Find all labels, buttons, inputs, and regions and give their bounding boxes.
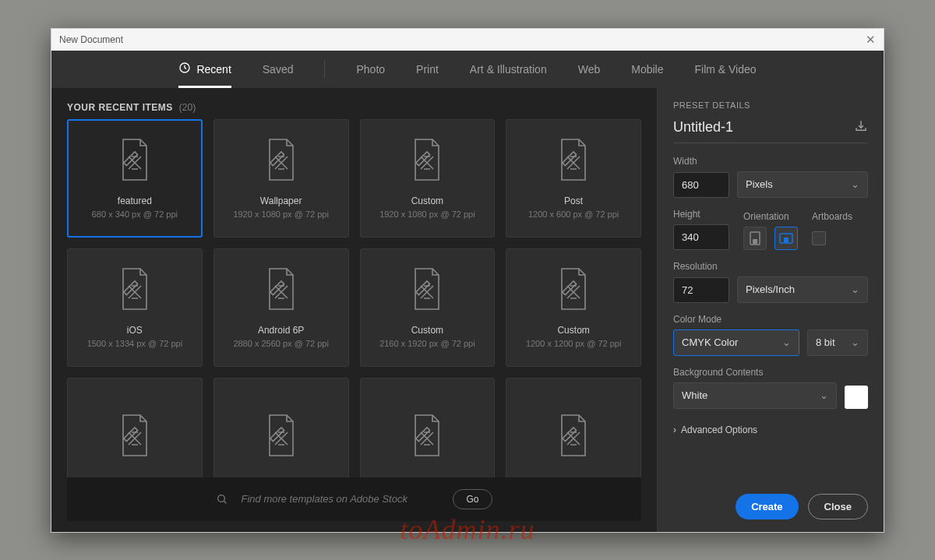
preset-card[interactable]: Wallpaper1920 x 1080 px @ 72 ppi	[213, 119, 349, 238]
preset-card[interactable]: iOS1500 x 1334 px @ 72 ppi	[67, 248, 203, 367]
resolution-unit-select[interactable]: Pixels/Inch ⌄	[737, 276, 868, 303]
background-swatch[interactable]	[845, 386, 868, 409]
preset-card[interactable]: Custom1200 x 1200 px @ 72 ppi	[506, 248, 641, 367]
preset-details-panel: PRESET DETAILS Untitled-1 Width Pixels ⌄…	[658, 88, 884, 532]
preset-card[interactable]: Android 6P2880 x 2560 px @ 72 ppi	[213, 248, 349, 367]
orientation-landscape-button[interactable]	[774, 227, 798, 250]
document-icon	[263, 414, 299, 460]
preset-subtitle: 680 x 340 px @ 72 ppi	[92, 210, 178, 219]
preset-subtitle: 1200 x 1200 px @ 72 ppi	[526, 339, 621, 348]
document-icon	[117, 414, 153, 460]
tab-separator	[324, 61, 325, 78]
color-mode-select[interactable]: CMYK Color ⌄	[673, 329, 799, 356]
document-icon	[409, 414, 445, 460]
orientation-label: Orientation	[743, 211, 798, 222]
advanced-options-toggle[interactable]: › Advanced Options	[673, 424, 868, 435]
color-depth-value: 8 bit	[816, 336, 835, 348]
resolution-label: Resolution	[673, 261, 868, 272]
unit-value: Pixels	[746, 178, 773, 190]
chevron-right-icon: ›	[673, 424, 676, 435]
preset-card[interactable]: Post1200 x 600 px @ 72 ppi	[506, 119, 641, 238]
height-label: Height	[673, 209, 729, 220]
tab-mobile[interactable]: Mobile	[631, 51, 663, 88]
width-label: Width	[673, 156, 868, 167]
svg-rect-17	[784, 238, 789, 242]
preset-subtitle: 1200 x 600 px @ 72 ppi	[528, 210, 619, 219]
preset-subtitle: 1920 x 1080 px @ 72 ppi	[233, 210, 328, 219]
preset-category-tabs: Recent Saved Photo Print Art & Illustrat…	[51, 51, 884, 88]
tab-film-video[interactable]: Film & Video	[694, 51, 756, 88]
preset-title: featured	[118, 195, 152, 206]
tab-label: Recent	[196, 63, 231, 76]
preset-subtitle: 1500 x 1334 px @ 72 ppi	[87, 339, 182, 348]
clock-icon	[178, 62, 191, 76]
tab-art-illustration[interactable]: Art & Illustration	[470, 51, 547, 88]
tab-label: Web	[578, 63, 601, 76]
preset-card[interactable]: featured680 x 340 px @ 72 ppi	[67, 119, 203, 238]
tab-label: Saved	[263, 63, 294, 76]
tab-label: Photo	[356, 63, 385, 76]
preset-card[interactable]: Custom2160 x 1920 px @ 72 ppi	[360, 248, 496, 367]
tab-web[interactable]: Web	[578, 51, 601, 88]
tab-photo[interactable]: Photo	[356, 51, 385, 88]
preset-title: Custom	[411, 195, 443, 206]
document-icon	[409, 267, 445, 314]
close-icon[interactable]: ✕	[866, 33, 876, 47]
document-name-input[interactable]: Untitled-1	[673, 119, 733, 136]
new-document-dialog: New Document ✕ Recent Saved Photo Print …	[51, 28, 884, 533]
tab-print[interactable]: Print	[416, 51, 439, 88]
preset-card[interactable]	[67, 378, 203, 477]
background-label: Background Contents	[673, 367, 868, 378]
background-select[interactable]: White ⌄	[673, 382, 837, 409]
window-title: New Document	[59, 34, 123, 45]
chevron-down-icon: ⌄	[851, 336, 859, 348]
chevron-down-icon: ⌄	[851, 284, 859, 295]
preset-title: Custom	[557, 325, 589, 336]
unit-select[interactable]: Pixels ⌄	[737, 171, 868, 198]
tab-recent[interactable]: Recent	[178, 51, 231, 88]
preset-subtitle: 2880 x 2560 px @ 72 ppi	[233, 339, 328, 348]
recent-count: (20)	[179, 102, 196, 113]
resolution-input[interactable]	[673, 277, 729, 303]
recent-heading: YOUR RECENT ITEMS	[67, 102, 173, 113]
preset-subtitle: 2160 x 1920 px @ 72 ppi	[379, 339, 475, 348]
resolution-unit-value: Pixels/Inch	[746, 284, 795, 295]
create-button[interactable]: Create	[736, 494, 798, 519]
document-icon	[556, 414, 591, 460]
artboards-checkbox[interactable]	[812, 231, 826, 245]
document-icon	[263, 138, 299, 185]
tab-label: Film & Video	[694, 63, 756, 76]
document-icon	[409, 138, 445, 185]
preset-title: Custom	[411, 325, 443, 336]
document-icon	[117, 138, 153, 185]
advanced-label: Advanced Options	[681, 424, 757, 435]
chevron-down-icon: ⌄	[782, 336, 791, 348]
height-input[interactable]	[673, 224, 729, 250]
go-button[interactable]: Go	[453, 489, 492, 509]
document-icon	[263, 267, 299, 314]
document-icon	[556, 138, 591, 185]
preset-grid: featured680 x 340 px @ 72 ppiWallpaper19…	[51, 119, 657, 477]
preset-card[interactable]	[360, 378, 496, 477]
background-value: White	[682, 389, 707, 401]
tab-label: Mobile	[631, 63, 663, 76]
search-icon	[216, 493, 228, 505]
preset-card[interactable]: Custom1920 x 1080 px @ 72 ppi	[360, 119, 496, 238]
preset-card[interactable]	[213, 378, 349, 477]
stock-search-input[interactable]	[239, 492, 442, 505]
preset-title: Android 6P	[258, 325, 304, 336]
save-preset-icon[interactable]	[854, 119, 868, 136]
document-icon	[117, 267, 153, 314]
preset-title: Post	[564, 195, 583, 206]
width-input[interactable]	[673, 172, 729, 198]
tab-saved[interactable]: Saved	[263, 51, 294, 88]
preset-card[interactable]	[506, 378, 641, 477]
preset-title: iOS	[127, 325, 143, 336]
stock-search-bar: Go	[67, 477, 641, 521]
color-depth-select[interactable]: 8 bit ⌄	[807, 329, 868, 356]
artboards-label: Artboards	[812, 211, 852, 222]
preset-details-heading: PRESET DETAILS	[673, 100, 868, 110]
document-icon	[556, 267, 591, 314]
orientation-portrait-button[interactable]	[743, 227, 767, 250]
close-button[interactable]: Close	[808, 494, 868, 519]
